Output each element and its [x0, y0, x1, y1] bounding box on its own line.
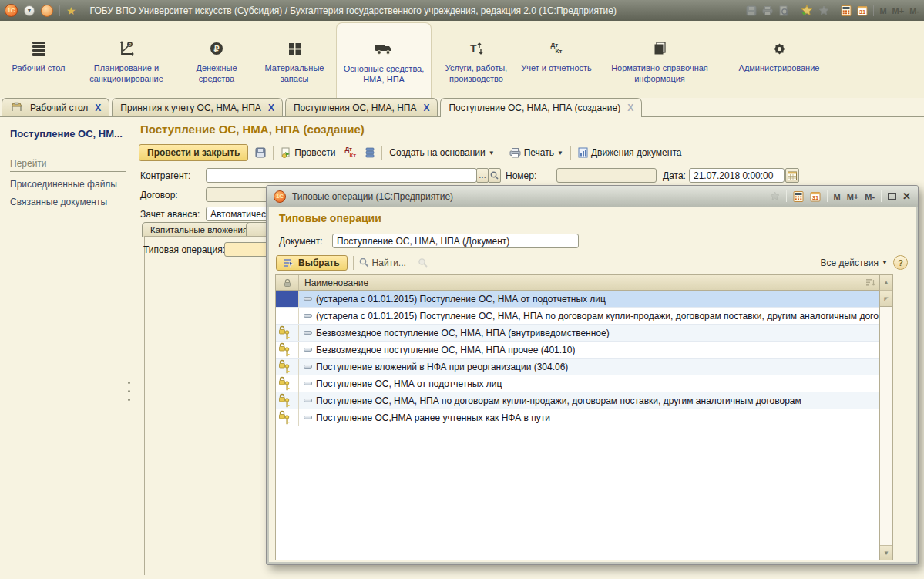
scroll-up-icon[interactable]: ▲	[880, 275, 892, 291]
tab-acceptance[interactable]: Принятия к учету ОС, НМА, НПА X	[112, 98, 283, 116]
page-tab-capital-investments[interactable]: Капитальные вложения	[142, 222, 256, 237]
calculator-icon[interactable]	[793, 191, 804, 202]
operations-table: Наименование (устарела с 01.01.2015) Пос…	[275, 274, 893, 560]
memory-plus-button[interactable]: M+	[892, 6, 905, 15]
print-preview-icon[interactable]	[778, 5, 789, 16]
document-input[interactable]: Поступление ОС, НМА, НПА (Документ)	[332, 234, 579, 248]
tab-desktop[interactable]: Рабочий стол X	[2, 98, 109, 116]
clear-search-icon[interactable]	[418, 258, 428, 268]
all-actions-button[interactable]: Все действия ▼	[821, 258, 888, 268]
sidebar-splitter-handle[interactable]	[128, 382, 131, 407]
sidebar-link-related-docs[interactable]: Связанные документы	[10, 197, 126, 207]
scrollbar-track[interactable]	[880, 307, 892, 545]
number-input[interactable]	[556, 168, 657, 183]
table-row[interactable]: Поступление вложений в НФА при реорганиз…	[276, 359, 879, 375]
date-input[interactable]: 21.07.2018 0:00:00	[689, 168, 785, 183]
vertical-scrollbar[interactable]: ▲ ◤ ▼	[879, 275, 892, 560]
svg-text:₽: ₽	[129, 42, 132, 47]
ribbon-section-administration[interactable]: Администрирование	[727, 22, 831, 98]
memory-recall-button[interactable]: M	[834, 192, 841, 201]
ribbon-section-planning[interactable]: ₽ Планирование и санкционирование	[76, 22, 177, 98]
calendar-icon[interactable]: 31	[857, 5, 868, 16]
memory-recall-button[interactable]: M	[879, 6, 886, 15]
tab-label: Принятия к учету ОС, НМА, НПА	[120, 103, 261, 113]
find-button[interactable]: Найти...	[359, 258, 406, 268]
help-button[interactable]: ?	[893, 255, 908, 270]
titlebar-separator	[881, 190, 882, 202]
table-row[interactable]: (устарела с 01.01.2015) Поступление ОС, …	[276, 291, 879, 308]
favorites-star-icon[interactable]: ★	[66, 5, 76, 16]
close-icon[interactable]: ✕	[902, 190, 911, 202]
debit-credit-icon: ДтКт	[344, 146, 356, 159]
lock-key-icon	[277, 410, 293, 426]
tab-receipts-list[interactable]: Поступления ОС, НМА, НПА X	[285, 98, 438, 116]
calendar-icon	[788, 171, 797, 180]
table-row[interactable]: Поступление ОС, НМА, НПА по договорам ку…	[276, 392, 879, 409]
create-based-on-button[interactable]: Создать на основании ▼	[387, 146, 496, 160]
table-header[interactable]: Наименование	[276, 275, 879, 291]
post-button[interactable]: Провести	[278, 146, 338, 160]
sidebar-link-attached-files[interactable]: Присоединенные файлы	[10, 179, 126, 190]
close-tab-icon[interactable]: X	[423, 103, 429, 113]
search-icon	[359, 258, 369, 268]
favorite-star-dim-icon[interactable]	[818, 5, 829, 16]
debit-credit-icon: ДтКт	[551, 35, 563, 62]
tab-receipt-create[interactable]: Поступление ОС, НМА, НПА (создание) X	[440, 98, 642, 117]
post-button-label: Провести	[294, 147, 335, 158]
ribbon-section-money[interactable]: ₽ Денежные средства	[180, 22, 253, 98]
scroll-down-icon[interactable]: ▼	[880, 545, 892, 560]
name-column-header[interactable]: Наименование	[299, 278, 861, 288]
calculator-icon[interactable]	[841, 5, 852, 16]
favorite-star-dim-icon[interactable]	[770, 191, 780, 201]
close-tab-icon[interactable]: X	[268, 103, 274, 113]
memory-plus-button[interactable]: M+	[847, 192, 859, 201]
print-icon[interactable]	[762, 5, 773, 16]
save-button[interactable]	[253, 146, 268, 160]
add-favorite-icon[interactable]	[801, 5, 813, 16]
ruble-coin-icon: ₽	[210, 35, 223, 62]
document-movements-button[interactable]: Движения документа	[576, 146, 684, 160]
toolbar-separator	[570, 146, 571, 160]
ribbon-section-accounting[interactable]: ДтКт Учет и отчетность	[521, 22, 592, 98]
close-tab-icon[interactable]: X	[95, 103, 101, 113]
lookup-button[interactable]	[488, 168, 501, 183]
date-calendar-button[interactable]	[785, 168, 799, 183]
ellipsis-button[interactable]: …	[476, 168, 489, 183]
table-row[interactable]: (устарела с 01.01.2015) Поступление ОС, …	[276, 308, 879, 325]
memory-minus-button[interactable]: M-	[909, 6, 919, 15]
operation-bullet-icon	[304, 416, 312, 419]
print-button[interactable]: Печать ▼	[507, 146, 566, 160]
post-and-close-button[interactable]: Провести и закрыть	[139, 144, 248, 161]
round-button-icon[interactable]	[41, 5, 53, 17]
ribbon-section-inventory[interactable]: Материальные запасы	[256, 22, 333, 98]
select-button[interactable]: Выбрать	[276, 255, 348, 271]
journal-button[interactable]	[363, 146, 377, 160]
table-row[interactable]: Поступление ОС, НМА от подотчетных лиц	[276, 375, 879, 392]
debit-credit-button[interactable]: ДтКт	[342, 145, 358, 160]
memory-minus-button[interactable]: M-	[865, 192, 875, 201]
gear-icon	[772, 35, 787, 62]
maximize-icon[interactable]	[888, 193, 896, 200]
table-row[interactable]: Безвозмездное поступление ОС, НМА, НПА п…	[276, 342, 879, 359]
ribbon-section-reference[interactable]: Нормативно-справочная информация	[595, 22, 724, 98]
ribbon-section-fixed-assets[interactable]: Основные средства, НМА, НПА	[336, 22, 432, 98]
close-tab-icon[interactable]: X	[627, 103, 633, 113]
dialog-titlebar[interactable]: 1С Типовые операции (1С:Предприятие) 31 …	[267, 186, 918, 207]
app-menu-1c-icon[interactable]: 1С	[5, 4, 18, 17]
ribbon-section-services[interactable]: Т Услуги, работы, производство	[435, 22, 518, 98]
titlebar-separator	[59, 5, 60, 16]
ribbon-section-label: Нормативно-справочная информация	[595, 62, 724, 85]
save-icon[interactable]	[746, 5, 757, 16]
ribbon-section-desktop[interactable]: Рабочий стол	[5, 22, 72, 98]
table-row[interactable]: Поступление ОС,НМА ранее учтенных как НФ…	[276, 409, 879, 426]
desktop-icon	[32, 35, 45, 62]
table-row[interactable]: Безвозмездное поступление ОС, НМА, НПА (…	[276, 325, 879, 342]
svg-text:Т: Т	[470, 42, 477, 55]
calendar-icon[interactable]: 31	[810, 191, 821, 202]
counterparty-input[interactable]	[206, 168, 477, 183]
chevron-down-icon[interactable]: ▼	[24, 5, 35, 16]
window-titlebar: 1С ▼ ★ ГОБУ ВПО Университет искусств (Су…	[0, 0, 924, 21]
scrollbar-thumb[interactable]: ◤	[880, 291, 892, 307]
movements-label: Движения документа	[591, 147, 682, 158]
chevron-down-icon: ▼	[557, 150, 563, 157]
